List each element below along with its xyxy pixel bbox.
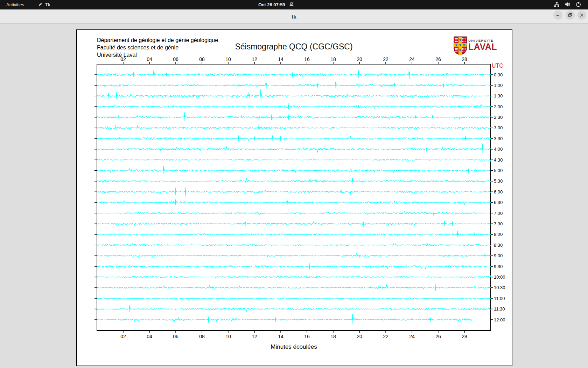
seismic-spike [108, 93, 110, 98]
seismic-trace [97, 297, 491, 299]
seismic-spike [280, 136, 281, 141]
seismic-spike [457, 231, 458, 237]
laval-shield-icon [454, 36, 467, 57]
seismic-trace [97, 146, 491, 152]
time-label: 4:30 [494, 157, 503, 163]
seismic-spike [272, 135, 274, 141]
time-label: 7:30 [494, 221, 503, 226]
activities-label: Activities [6, 2, 24, 7]
x-tick-label-top: 22 [383, 56, 388, 62]
seismic-trace [97, 200, 491, 205]
x-tick-label-bottom: 28 [462, 334, 467, 339]
x-tick-label-top: 18 [330, 56, 336, 62]
x-tick-label-top: 28 [462, 56, 467, 62]
seismic-spike [352, 178, 354, 184]
seismic-spike [409, 69, 410, 79]
seismic-spike [254, 136, 255, 141]
close-icon [579, 12, 584, 18]
restore-icon [567, 12, 573, 18]
time-label: 1:00 [494, 83, 503, 88]
window-title-bar[interactable]: tk [0, 9, 588, 23]
seismic-spike [452, 221, 453, 226]
seismograph-canvas: 0202040406060808101012121414161618182020… [76, 29, 512, 366]
x-tick-label-bottom: 02 [120, 334, 126, 339]
time-label: 3:00 [494, 125, 503, 130]
x-tick-label-bottom: 20 [357, 334, 362, 339]
time-label: 0:30 [494, 72, 503, 77]
seismic-trace [97, 253, 491, 259]
seismic-spike [325, 169, 326, 172]
seismic-trace [97, 168, 491, 173]
activities-button[interactable]: Activities [6, 0, 24, 9]
seismic-spike [116, 92, 117, 99]
x-axis-title: Minutes écoulées [97, 343, 491, 350]
time-label: 8:30 [494, 243, 503, 248]
universite-laval-logo: UNIVERSITÉ LAVAL [454, 36, 503, 57]
restore-button[interactable] [566, 11, 575, 20]
seismic-spike [468, 167, 469, 174]
time-label: 5:30 [494, 178, 503, 184]
seismic-spike [482, 144, 484, 153]
seismic-spike [245, 220, 246, 227]
minimize-icon [555, 12, 561, 18]
time-label: 3:30 [494, 136, 503, 141]
seismic-spike [332, 127, 334, 129]
desktop-workspace: 0202040406060808101012121414161618182020… [0, 23, 588, 368]
system-status-area[interactable] [554, 0, 581, 9]
x-tick-label-bottom: 06 [173, 334, 178, 339]
seismic-trace [97, 243, 491, 246]
seismic-spike [443, 82, 444, 87]
seismic-trace [97, 104, 491, 109]
plot-frame [97, 64, 491, 330]
seismic-spike [238, 135, 239, 141]
seismic-trace [97, 84, 491, 87]
seismic-spike [309, 263, 310, 270]
time-label: 6:00 [494, 189, 503, 195]
x-tick-label-bottom: 22 [383, 334, 388, 339]
seismic-trace [97, 136, 491, 141]
x-tick-label-bottom: 12 [252, 334, 257, 339]
seismic-spike [435, 284, 436, 291]
seismic-spike [394, 83, 396, 87]
seismic-trace [97, 94, 491, 97]
gnome-top-bar: Activities Tk Oct 26 07:59 [0, 0, 588, 9]
minimize-button[interactable] [553, 11, 562, 20]
time-label: 9:00 [494, 253, 503, 258]
seismic-trace [97, 115, 491, 120]
x-tick-label-top: 20 [357, 56, 362, 62]
x-tick-label-top: 14 [278, 56, 284, 62]
seismic-spike [315, 179, 317, 183]
seismic-spike [430, 316, 431, 322]
seismic-spike [184, 113, 186, 121]
header-line-3: Université Laval [97, 51, 218, 59]
seismic-spike [166, 73, 167, 76]
seismic-spike [248, 92, 250, 100]
time-label: 7:00 [494, 211, 503, 216]
seismic-spike [432, 115, 434, 120]
seismic-spike [175, 199, 176, 205]
utc-axis-label: UTC [492, 63, 503, 69]
time-label: 5:00 [494, 168, 503, 173]
seismic-trace [97, 73, 491, 76]
seismic-trace [97, 265, 491, 269]
seismic-spike [426, 146, 427, 152]
time-label: 1:30 [494, 93, 503, 98]
seismic-spike [352, 314, 354, 324]
time-label: 11:00 [494, 296, 505, 301]
x-tick-label-bottom: 08 [199, 334, 205, 339]
seismic-spike [358, 70, 359, 78]
app-name-label: Tk [45, 2, 50, 7]
seismic-spike [260, 89, 262, 102]
seismic-spike [208, 316, 209, 323]
focused-app-menu[interactable]: Tk [38, 0, 50, 9]
time-label: 2:00 [494, 104, 503, 109]
close-button[interactable] [577, 11, 586, 20]
x-tick-label-top: 12 [252, 56, 257, 62]
seismic-trace [97, 159, 491, 162]
seismic-spike [287, 199, 288, 206]
clock-menu[interactable]: Oct 26 07:59 [258, 0, 294, 9]
network-icon [554, 1, 560, 8]
seismic-trace [97, 275, 491, 279]
seismic-spike [335, 82, 337, 88]
seismic-trace [97, 307, 491, 312]
